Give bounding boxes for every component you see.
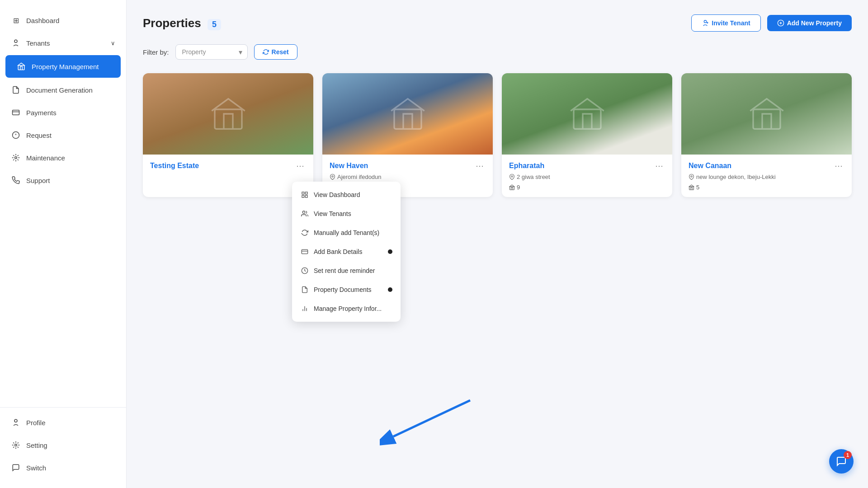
maintenance-icon [11,153,21,163]
menu-item-add-bank-details[interactable]: Add Bank Details [292,242,401,261]
sidebar-label-switch: Switch [26,464,46,472]
menu-item-view-dashboard[interactable]: View Dashboard [292,185,401,204]
property-docs-icon [300,285,309,294]
card-title-row-newhaven: New Haven ⋯ [330,161,486,171]
setting-icon [11,440,21,450]
sidebar-item-maintenance[interactable]: Maintenance [0,146,126,169]
svg-rect-16 [215,109,242,129]
property-image-testing [143,73,313,155]
context-menu: View Dashboard View Tenants Manually add… [292,182,401,322]
card-title-row-testing: Testing Estate ⋯ [150,161,306,171]
view-dashboard-icon [300,190,309,199]
dashboard-icon: ⊞ [11,15,21,25]
property-image-epharatah [502,73,672,155]
tenants-chevron: ∨ [111,40,115,47]
sidebar-item-support[interactable]: Support [0,169,126,192]
property-address-newcanaan: new lounge dekon, Ibeju-Lekki [689,174,844,180]
property-card-testing-estate: Testing Estate ⋯ View Dashboard View Ten… [143,73,313,197]
svg-rect-20 [302,195,304,197]
card-title-row-epharatah: Epharatah ⋯ [509,161,665,171]
property-image-newhaven [322,73,493,155]
profile-icon [11,418,21,427]
property-name-newcanaan: New Canaan [689,162,731,170]
property-units-newcanaan: 5 [689,184,844,191]
sidebar-bottom: Profile Setting Switch [0,404,126,479]
property-filter-select[interactable]: Property [175,44,248,60]
property-address-newhaven: Ajeromi ifedodun [330,174,486,180]
sidebar-label-support: Support [26,177,50,184]
sidebar-item-request[interactable]: Request [0,124,126,146]
switch-icon [11,463,21,473]
arrow-annotation [380,396,479,452]
house-placeholder-icon-3 [569,96,605,132]
manage-property-icon [300,304,309,313]
property-management-icon [16,61,26,71]
header-actions: Invite Tenant Add New Property [691,14,852,32]
property-image-newcanaan [681,73,852,155]
invite-tenant-button[interactable]: Invite Tenant [691,14,760,32]
reset-filter-button[interactable]: Reset [254,44,297,60]
menu-item-property-documents[interactable]: Property Documents [292,280,401,299]
property-name-epharatah: Epharatah [509,162,544,170]
sidebar-item-document-generation[interactable]: Document Generation [0,79,126,101]
property-count-badge: 5 [208,19,221,30]
property-name-newhaven: New Haven [330,162,368,170]
filter-label: Filter by: [143,48,169,56]
sidebar-item-dashboard[interactable]: ⊞ Dashboard [0,9,126,32]
support-icon [11,175,21,185]
menu-item-view-tenants[interactable]: View Tenants [292,204,401,223]
property-card-new-canaan: New Canaan ⋯ new lounge dekon, Ibeju-Lek… [681,73,852,197]
page-title-area: Properties 5 [143,16,221,30]
property-card-new-haven: New Haven ⋯ Ajeromi ifedodun 4 [322,73,493,197]
filter-select-wrapper: Property [175,44,248,60]
house-placeholder-icon-4 [749,96,785,132]
svg-rect-18 [305,192,307,194]
menu-item-manage-property-info[interactable]: Manage Property Infor... [292,299,401,318]
svg-point-8 [14,419,17,422]
sidebar-item-tenants[interactable]: Tenants ∨ [0,32,126,54]
svg-point-7 [15,157,17,159]
sidebar-item-profile[interactable]: Profile [0,411,126,434]
property-menu-button-newcanaan[interactable]: ⋯ [833,161,844,171]
filter-row: Filter by: Property Reset [143,44,852,60]
property-name-testing: Testing Estate [150,162,199,170]
property-menu-button-epharatah[interactable]: ⋯ [653,161,665,171]
rent-reminder-icon [300,266,309,275]
sidebar-item-property-management[interactable]: Property Management [5,55,121,78]
menu-item-manually-add-tenant[interactable]: Manually add Tenant(s) [292,223,401,242]
menu-item-set-rent-reminder[interactable]: Set rent due reminder [292,261,401,280]
location-icon-epharatah [509,174,515,180]
house-placeholder-icon-2 [390,96,426,132]
svg-rect-17 [302,192,304,194]
sidebar-item-payments[interactable]: Payments [0,101,126,124]
svg-rect-22 [302,249,307,253]
property-units-epharatah: 9 [509,184,665,191]
house-icon-epharatah [509,184,515,190]
document-icon [11,85,21,95]
property-menu-button-testing[interactable]: ⋯ [294,161,306,171]
sidebar-label-document-generation: Document Generation [26,86,93,94]
svg-point-9 [15,444,17,446]
card-body-newcanaan: New Canaan ⋯ new lounge dekon, Ibeju-Lek… [681,155,852,197]
property-menu-button-newhaven[interactable]: ⋯ [474,161,486,171]
sidebar-item-switch[interactable]: Switch [0,456,126,479]
card-body-testing: Testing Estate ⋯ [143,155,313,180]
svg-point-10 [704,20,707,23]
payments-icon [11,108,21,117]
sidebar: ⊞ Dashboard Tenants ∨ Property Managemen… [0,0,127,488]
property-address-epharatah: 2 giwa street [509,174,665,180]
chat-fab-button[interactable]: 1 [829,449,854,474]
svg-rect-31 [574,109,601,129]
svg-rect-19 [305,195,307,197]
add-new-property-button[interactable]: Add New Property [767,15,852,31]
sidebar-label-property-management: Property Management [32,63,99,70]
add-icon [777,19,784,27]
location-icon-newcanaan [689,174,694,180]
view-tenants-icon [300,209,309,218]
location-icon-newhaven [330,174,335,180]
house-placeholder-icon [210,96,246,132]
sidebar-item-setting[interactable]: Setting [0,434,126,456]
sidebar-label-setting: Setting [26,441,47,449]
property-cards-grid: Testing Estate ⋯ View Dashboard View Ten… [143,73,852,197]
property-docs-badge [388,287,392,292]
